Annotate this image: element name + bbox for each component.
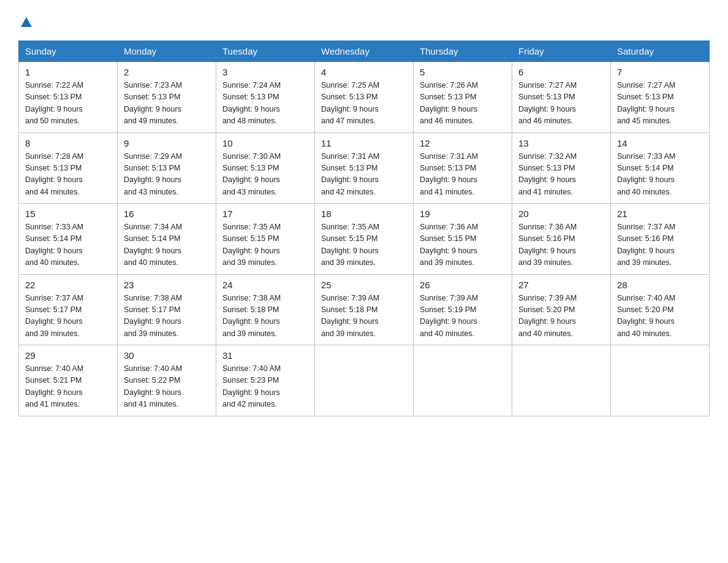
day-number: 17 xyxy=(222,209,308,219)
calendar-cell: 31 Sunrise: 7:40 AMSunset: 5:23 PMDaylig… xyxy=(216,345,315,416)
calendar-cell: 9 Sunrise: 7:29 AMSunset: 5:13 PMDayligh… xyxy=(118,132,216,204)
day-info: Sunrise: 7:38 AMSunset: 5:17 PMDaylight:… xyxy=(124,293,210,340)
day-number: 11 xyxy=(321,138,407,148)
calendar-cell: 23 Sunrise: 7:38 AMSunset: 5:17 PMDaylig… xyxy=(118,274,216,345)
day-info: Sunrise: 7:37 AMSunset: 5:17 PMDaylight:… xyxy=(25,293,111,340)
day-info: Sunrise: 7:26 AMSunset: 5:13 PMDaylight:… xyxy=(420,80,506,128)
day-number: 9 xyxy=(124,138,210,148)
calendar-cell: 13 Sunrise: 7:32 AMSunset: 5:13 PMDaylig… xyxy=(512,132,611,204)
day-number: 7 xyxy=(617,67,703,77)
day-info: Sunrise: 7:39 AMSunset: 5:19 PMDaylight:… xyxy=(420,293,506,340)
day-number: 25 xyxy=(321,280,407,290)
day-info: Sunrise: 7:39 AMSunset: 5:20 PMDaylight:… xyxy=(518,293,604,340)
day-number: 23 xyxy=(124,280,210,290)
calendar-cell: 8 Sunrise: 7:28 AMSunset: 5:13 PMDayligh… xyxy=(19,132,118,204)
day-header-sunday: Sunday xyxy=(19,41,118,62)
day-number: 18 xyxy=(321,209,407,219)
day-number: 5 xyxy=(420,67,506,77)
day-info: Sunrise: 7:37 AMSunset: 5:16 PMDaylight:… xyxy=(617,221,703,269)
calendar-cell: 11 Sunrise: 7:31 AMSunset: 5:13 PMDaylig… xyxy=(315,132,414,204)
week-row-4: 22 Sunrise: 7:37 AMSunset: 5:17 PMDaylig… xyxy=(19,274,710,345)
calendar-cell: 7 Sunrise: 7:27 AMSunset: 5:13 PMDayligh… xyxy=(611,62,710,133)
day-number: 15 xyxy=(25,209,111,219)
calendar-cell: 17 Sunrise: 7:35 AMSunset: 5:15 PMDaylig… xyxy=(216,204,315,275)
day-number: 28 xyxy=(617,280,703,290)
day-info: Sunrise: 7:31 AMSunset: 5:13 PMDaylight:… xyxy=(321,151,407,199)
day-info: Sunrise: 7:34 AMSunset: 5:14 PMDaylight:… xyxy=(124,221,210,269)
svg-marker-0 xyxy=(21,17,32,27)
day-info: Sunrise: 7:31 AMSunset: 5:13 PMDaylight:… xyxy=(420,151,506,199)
day-number: 1 xyxy=(25,67,111,77)
day-number: 22 xyxy=(25,280,111,290)
day-info: Sunrise: 7:24 AMSunset: 5:13 PMDaylight:… xyxy=(222,80,308,128)
day-info: Sunrise: 7:38 AMSunset: 5:18 PMDaylight:… xyxy=(222,293,308,340)
day-info: Sunrise: 7:35 AMSunset: 5:15 PMDaylight:… xyxy=(222,221,308,269)
calendar-cell xyxy=(611,345,710,416)
calendar-cell: 30 Sunrise: 7:40 AMSunset: 5:22 PMDaylig… xyxy=(118,345,216,416)
logo-triangle-icon xyxy=(20,16,33,29)
calendar-cell: 24 Sunrise: 7:38 AMSunset: 5:18 PMDaylig… xyxy=(216,274,315,345)
calendar-cell: 28 Sunrise: 7:40 AMSunset: 5:20 PMDaylig… xyxy=(611,274,710,345)
day-number: 14 xyxy=(617,138,703,148)
day-info: Sunrise: 7:33 AMSunset: 5:14 PMDaylight:… xyxy=(617,151,703,199)
day-number: 24 xyxy=(222,280,308,290)
day-info: Sunrise: 7:40 AMSunset: 5:20 PMDaylight:… xyxy=(617,293,703,340)
day-info: Sunrise: 7:40 AMSunset: 5:22 PMDaylight:… xyxy=(124,363,210,411)
calendar-cell: 15 Sunrise: 7:33 AMSunset: 5:14 PMDaylig… xyxy=(19,204,118,275)
day-info: Sunrise: 7:40 AMSunset: 5:21 PMDaylight:… xyxy=(25,363,111,411)
day-number: 26 xyxy=(420,280,506,290)
calendar-cell: 20 Sunrise: 7:36 AMSunset: 5:16 PMDaylig… xyxy=(512,204,611,275)
week-row-3: 15 Sunrise: 7:33 AMSunset: 5:14 PMDaylig… xyxy=(19,204,710,275)
calendar-cell: 25 Sunrise: 7:39 AMSunset: 5:18 PMDaylig… xyxy=(315,274,414,345)
day-number: 4 xyxy=(321,67,407,77)
calendar-cell xyxy=(315,345,414,416)
day-number: 31 xyxy=(222,350,308,361)
day-info: Sunrise: 7:36 AMSunset: 5:16 PMDaylight:… xyxy=(518,221,604,269)
day-header-monday: Monday xyxy=(118,41,216,62)
day-header-tuesday: Tuesday xyxy=(216,41,315,62)
calendar-cell: 4 Sunrise: 7:25 AMSunset: 5:13 PMDayligh… xyxy=(315,62,414,133)
day-info: Sunrise: 7:25 AMSunset: 5:13 PMDaylight:… xyxy=(321,80,407,128)
week-row-1: 1 Sunrise: 7:22 AMSunset: 5:13 PMDayligh… xyxy=(19,62,710,133)
day-info: Sunrise: 7:29 AMSunset: 5:13 PMDaylight:… xyxy=(124,151,210,199)
day-number: 30 xyxy=(124,350,210,361)
page-header xyxy=(18,12,710,29)
day-number: 10 xyxy=(222,138,308,148)
calendar-cell: 22 Sunrise: 7:37 AMSunset: 5:17 PMDaylig… xyxy=(19,274,118,345)
calendar-cell: 29 Sunrise: 7:40 AMSunset: 5:21 PMDaylig… xyxy=(19,345,118,416)
day-info: Sunrise: 7:35 AMSunset: 5:15 PMDaylight:… xyxy=(321,221,407,269)
calendar-cell: 16 Sunrise: 7:34 AMSunset: 5:14 PMDaylig… xyxy=(118,204,216,275)
day-number: 27 xyxy=(518,280,604,290)
day-info: Sunrise: 7:22 AMSunset: 5:13 PMDaylight:… xyxy=(25,80,111,128)
day-number: 16 xyxy=(124,209,210,219)
day-number: 8 xyxy=(25,138,111,148)
day-info: Sunrise: 7:28 AMSunset: 5:13 PMDaylight:… xyxy=(25,151,111,199)
calendar-cell xyxy=(512,345,611,416)
logo xyxy=(18,12,33,29)
calendar-cell: 1 Sunrise: 7:22 AMSunset: 5:13 PMDayligh… xyxy=(19,62,118,133)
calendar-cell: 6 Sunrise: 7:27 AMSunset: 5:13 PMDayligh… xyxy=(512,62,611,133)
day-number: 21 xyxy=(617,209,703,219)
day-header-wednesday: Wednesday xyxy=(315,41,414,62)
calendar-cell: 27 Sunrise: 7:39 AMSunset: 5:20 PMDaylig… xyxy=(512,274,611,345)
day-number: 12 xyxy=(420,138,506,148)
calendar-cell: 3 Sunrise: 7:24 AMSunset: 5:13 PMDayligh… xyxy=(216,62,315,133)
day-info: Sunrise: 7:32 AMSunset: 5:13 PMDaylight:… xyxy=(518,151,604,199)
day-header-friday: Friday xyxy=(512,41,611,62)
calendar-cell: 14 Sunrise: 7:33 AMSunset: 5:14 PMDaylig… xyxy=(611,132,710,204)
day-info: Sunrise: 7:27 AMSunset: 5:13 PMDaylight:… xyxy=(617,80,703,128)
day-info: Sunrise: 7:33 AMSunset: 5:14 PMDaylight:… xyxy=(25,221,111,269)
day-number: 2 xyxy=(124,67,210,77)
day-header-thursday: Thursday xyxy=(414,41,512,62)
days-header-row: SundayMondayTuesdayWednesdayThursdayFrid… xyxy=(19,41,710,62)
calendar-cell: 10 Sunrise: 7:30 AMSunset: 5:13 PMDaylig… xyxy=(216,132,315,204)
calendar-cell: 2 Sunrise: 7:23 AMSunset: 5:13 PMDayligh… xyxy=(118,62,216,133)
day-number: 19 xyxy=(420,209,506,219)
week-row-5: 29 Sunrise: 7:40 AMSunset: 5:21 PMDaylig… xyxy=(19,345,710,416)
day-number: 13 xyxy=(518,138,604,148)
day-header-saturday: Saturday xyxy=(611,41,710,62)
day-number: 29 xyxy=(25,350,111,361)
day-number: 3 xyxy=(222,67,308,77)
day-info: Sunrise: 7:23 AMSunset: 5:13 PMDaylight:… xyxy=(124,80,210,128)
calendar-cell xyxy=(414,345,512,416)
